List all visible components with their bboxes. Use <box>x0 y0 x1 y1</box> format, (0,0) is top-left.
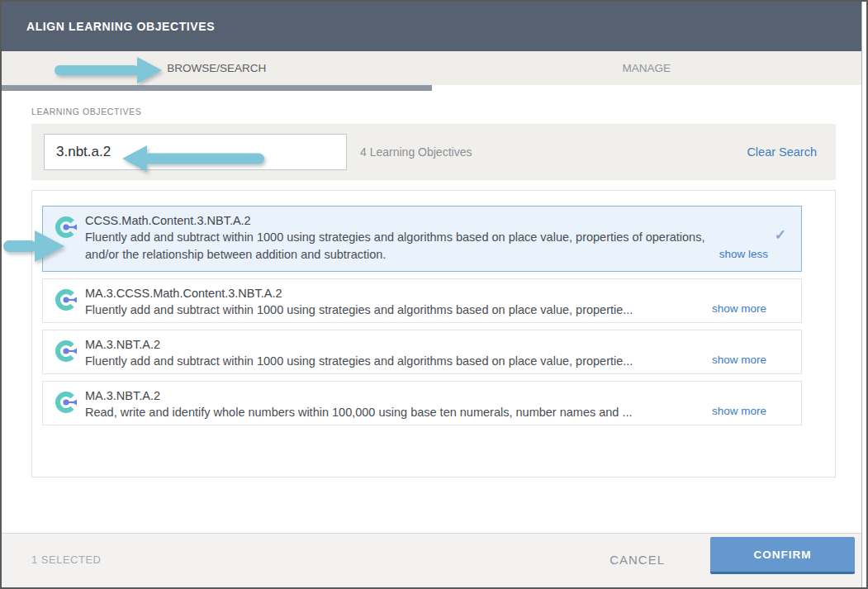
objective-target-icon <box>55 391 78 414</box>
objectives-list: CCSS.Math.Content.3.NBT.A.2 Fluently add… <box>31 190 836 477</box>
objective-code: MA.3.NBT.A.2 <box>85 387 633 404</box>
modal-footer: 1 SELECTED CANCEL CONFIRM <box>2 533 861 587</box>
objective-target-icon <box>55 288 78 311</box>
modal-body: ALIGN LEARNING OBJECTIVES BROWSE/SEARCH … <box>2 2 862 587</box>
objective-text: MA.3.NBT.A.2 Read, write and identify wh… <box>85 387 633 419</box>
objective-code: CCSS.Math.Content.3.NBT.A.2 <box>85 212 714 229</box>
objective-description: Fluently add and subtract within 1000 us… <box>85 229 714 264</box>
modal-header: ALIGN LEARNING OBJECTIVES <box>2 2 861 51</box>
selected-check-icon: ✓ <box>775 226 786 244</box>
clear-search-link[interactable]: Clear Search <box>747 124 817 180</box>
show-less-link[interactable]: show less <box>719 248 768 260</box>
objective-description: Fluently add and subtract within 1000 us… <box>85 353 633 370</box>
annotation-arrow-search-icon <box>122 143 264 174</box>
show-more-link[interactable]: show more <box>712 302 766 315</box>
objective-row[interactable]: MA.3.CCSS.Math.Content.3.NBT.A.2 Fluentl… <box>42 278 802 323</box>
objective-row[interactable]: MA.3.NBT.A.2 Read, write and identify wh… <box>42 381 802 425</box>
objective-text: MA.3.NBT.A.2 Fluently add and subtract w… <box>85 336 633 368</box>
modal-title: ALIGN LEARNING OBJECTIVES <box>26 2 215 51</box>
objective-text: CCSS.Math.Content.3.NBT.A.2 Fluently add… <box>85 212 714 265</box>
objective-row[interactable]: MA.3.NBT.A.2 Fluently add and subtract w… <box>42 330 802 374</box>
objective-description: Read, write and identify whole numbers w… <box>85 404 633 421</box>
learning-objectives-label: LEARNING OBJECTIVES <box>31 107 141 116</box>
annotation-arrow-tabs-icon <box>55 55 162 85</box>
confirm-button[interactable]: CONFIRM <box>710 537 855 574</box>
align-learning-objectives-dialog: ALIGN LEARNING OBJECTIVES BROWSE/SEARCH … <box>0 0 868 589</box>
objective-text: MA.3.CCSS.Math.Content.3.NBT.A.2 Fluentl… <box>85 285 633 316</box>
results-count: 4 Learning Objectives <box>360 124 472 180</box>
objective-description: Fluently add and subtract within 1000 us… <box>85 302 633 319</box>
annotation-arrow-selected-item-icon <box>3 230 64 263</box>
selected-count: 1 SELECTED <box>31 534 101 587</box>
tab-manage[interactable]: MANAGE <box>432 51 862 85</box>
show-more-link[interactable]: show more <box>712 354 766 366</box>
active-tab-indicator <box>2 85 432 91</box>
show-more-link[interactable]: show more <box>712 405 766 417</box>
objective-code: MA.3.NBT.A.2 <box>85 336 633 353</box>
objective-code: MA.3.CCSS.Math.Content.3.NBT.A.2 <box>85 285 633 302</box>
objective-row[interactable]: CCSS.Math.Content.3.NBT.A.2 Fluently add… <box>42 206 802 272</box>
cancel-button[interactable]: CANCEL <box>609 534 665 587</box>
objective-target-icon <box>55 340 78 363</box>
